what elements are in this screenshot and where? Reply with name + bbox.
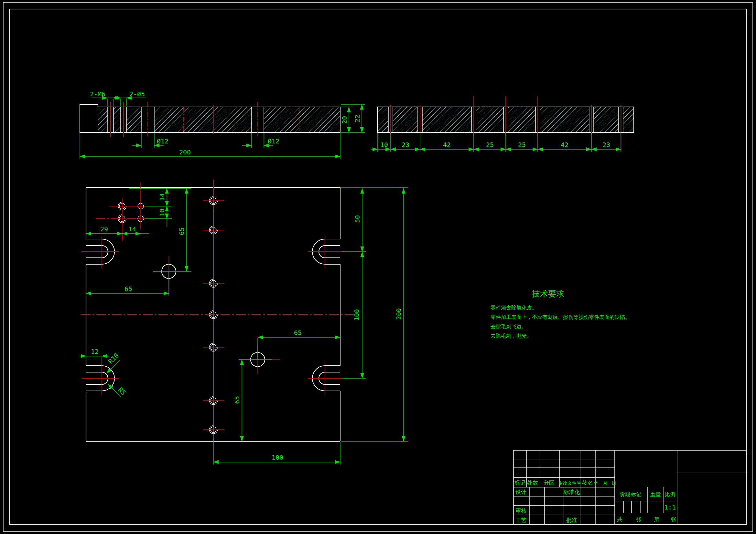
dim-label-42a: 42 bbox=[443, 141, 451, 149]
left-slot-upper bbox=[81, 237, 119, 268]
tb-process: 工艺 bbox=[515, 517, 526, 523]
tb-stage: 阶段标记 bbox=[620, 491, 641, 497]
cad-canvas[interactable]: 2-M6 2-Ø5 Ø12 Ø12 200 20 22 bbox=[0, 0, 756, 534]
tb-weight: 重量 bbox=[650, 491, 661, 497]
dim-label-25a: 25 bbox=[486, 141, 494, 149]
tb-design: 设计 bbox=[515, 489, 526, 495]
tb-approve: 批准 bbox=[566, 517, 577, 523]
tb-rev-docno: 更改文件号 bbox=[558, 480, 581, 486]
tb-total: 共 bbox=[617, 516, 623, 522]
dim-label-22: 22 bbox=[353, 115, 361, 122]
dim-label-20: 20 bbox=[340, 116, 348, 124]
dim-label-100r: 100 bbox=[353, 309, 361, 321]
dim-label-2-m6: 2-M6 bbox=[90, 90, 105, 98]
dim-label-65br: 65 bbox=[294, 329, 302, 337]
tech-line-3: 去除毛刺飞边。 bbox=[491, 323, 527, 329]
tb-standardize: 标准化 bbox=[563, 489, 580, 495]
center-hole-column bbox=[203, 180, 225, 465]
dim-label-200: 200 bbox=[395, 308, 403, 320]
tb-sheet: 张 bbox=[636, 516, 642, 522]
dim-label-10v: 10 bbox=[158, 209, 166, 216]
dim-label-2-o5: 2-Ø5 bbox=[129, 90, 145, 98]
dim-label-65h: 65 bbox=[124, 285, 132, 293]
tb-rev-sign: 签名 bbox=[582, 479, 593, 486]
dim-label-23b: 23 bbox=[603, 141, 610, 149]
drawing-frame bbox=[3, 3, 753, 531]
tb-rev-count: 处数 bbox=[527, 479, 538, 486]
tb-scale-label: 比例 bbox=[664, 491, 675, 497]
dim-label-200: 200 bbox=[179, 148, 191, 156]
plan-view: 14 10 29 14 65 65 50 100 200 65 65 bbox=[79, 180, 408, 465]
side-section-view: 10 23 42 25 25 42 23 bbox=[371, 96, 634, 152]
tb-rev-date: 年、月、日 bbox=[594, 480, 616, 486]
dim-label-42b: 42 bbox=[561, 141, 568, 149]
tech-title: 技术要求 bbox=[531, 289, 564, 298]
dim-label-100b: 100 bbox=[272, 454, 283, 461]
dim-label-dia12-2: Ø12 bbox=[268, 137, 279, 145]
drawing-svg: 2-M6 2-Ø5 Ø12 Ø12 200 20 22 bbox=[0, 0, 756, 534]
tb-scale-value: 1:1 bbox=[664, 503, 676, 511]
tb-rev-mark: 标记 bbox=[514, 479, 526, 486]
tech-line-4: 去除毛刺，抛光。 bbox=[491, 333, 532, 339]
dim-label-25b: 25 bbox=[518, 141, 526, 149]
dim-label-65v: 65 bbox=[178, 227, 186, 235]
tech-line-1: 零件须去除氧化皮。 bbox=[491, 305, 537, 311]
dim-label-r5: R5 bbox=[117, 386, 127, 397]
right-slot-upper bbox=[308, 235, 342, 268]
left-slot-lower bbox=[81, 364, 119, 395]
dim-label-12: 12 bbox=[91, 347, 99, 355]
dim-label-dia12-1: Ø12 bbox=[157, 137, 169, 145]
dim-label-r10: R10 bbox=[107, 351, 121, 365]
technical-requirements: 技术要求 零件须去除氧化皮。 零件加工表面上，不应有划痕、擦伤等损伤零件表面的缺… bbox=[491, 289, 630, 339]
title-block: 标记 处数 分区 更改文件号 签名 年、月、日 设计 标准化 审核 工艺 批准 … bbox=[513, 450, 746, 524]
tb-no: 第 bbox=[654, 516, 660, 522]
dim-label-23a: 23 bbox=[402, 141, 409, 149]
right-slot-lower bbox=[308, 362, 342, 395]
tb-rev-zone: 分区 bbox=[544, 479, 554, 486]
front-section-view: 2-M6 2-Ø5 Ø12 Ø12 200 20 22 bbox=[80, 90, 365, 159]
dim-label-14v: 14 bbox=[158, 193, 166, 201]
dim-label-65bv: 65 bbox=[233, 396, 241, 404]
dim-label-50: 50 bbox=[353, 215, 361, 223]
tb-sheet2: 张 bbox=[671, 516, 676, 522]
tb-audit: 审核 bbox=[515, 507, 526, 514]
tech-line-2: 零件加工表面上，不应有划痕、擦伤等损伤零件表面的缺陷。 bbox=[491, 314, 630, 320]
dim-label-10: 10 bbox=[380, 141, 388, 149]
dim-label-14h: 14 bbox=[128, 225, 136, 233]
dim-label-29: 29 bbox=[100, 225, 108, 233]
